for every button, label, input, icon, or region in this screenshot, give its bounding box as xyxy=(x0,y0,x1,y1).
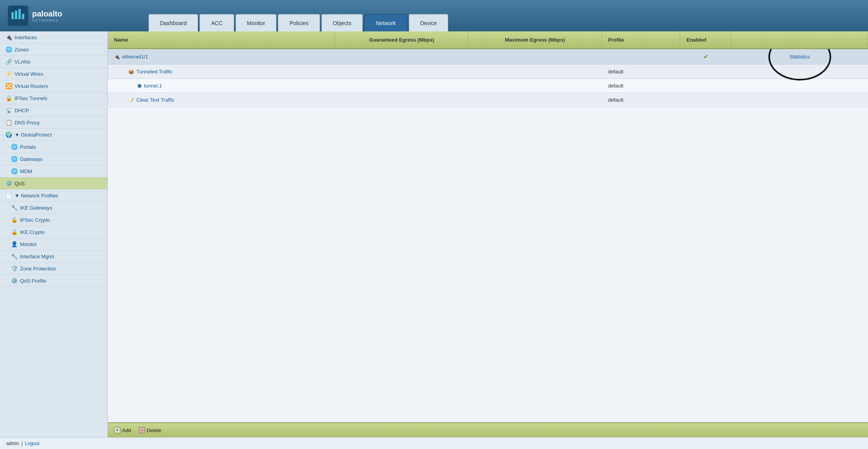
sidebar-item-qos[interactable]: ⚙️ QoS xyxy=(0,177,107,190)
row-profile-ethernet xyxy=(602,53,680,61)
svg-rect-0 xyxy=(11,12,14,19)
vlans-icon: 🔗 xyxy=(5,58,12,65)
interfaces-icon: 🔌 xyxy=(5,34,12,40)
row-name-cleartext[interactable]: 📝 Clear Text Traffic xyxy=(108,93,335,107)
row-maximum-tunneled xyxy=(469,68,602,76)
sidebar-item-zones[interactable]: 🌐 Zones xyxy=(0,44,107,56)
sidebar-item-globalprotect[interactable]: 🌍 ▼ GlobalProtect xyxy=(0,129,107,141)
tab-network[interactable]: Network xyxy=(364,14,407,31)
footer-user: admin xyxy=(6,441,19,446)
row-maximum-cleartext xyxy=(469,96,602,104)
logo-area: paloalto NETWORKS xyxy=(8,5,62,26)
tab-policies[interactable]: Policies xyxy=(278,14,320,31)
row-name-ethernet[interactable]: 🔌 ethernet1/1 xyxy=(108,50,335,64)
delete-icon: − xyxy=(139,427,145,433)
sidebar-item-ike-crypto[interactable]: 🔒 IKE Crypto xyxy=(0,226,107,238)
sidebar-item-interfaces[interactable]: 🔌 Interfaces xyxy=(0,31,107,44)
col-header-maximum: Maximum Egress (Mbps) xyxy=(469,31,602,48)
tab-acc[interactable]: ACC xyxy=(200,14,234,31)
sidebar-item-network-profiles[interactable]: 📄 ▼ Network Profiles xyxy=(0,190,107,202)
sidebar-item-portals[interactable]: 🌐 Portals xyxy=(0,141,107,153)
sidebar-item-ike-gateways[interactable]: 🔧 IKE Gateways xyxy=(0,202,107,214)
sidebar-item-qos-profile[interactable]: ⚙️ QoS Profile xyxy=(0,275,107,287)
sidebar-item-dns-proxy[interactable]: 📋 DNS Proxy xyxy=(0,117,107,129)
row-profile-tunneled: default xyxy=(602,65,680,78)
logout-link[interactable]: Logout xyxy=(25,441,40,446)
dhcp-icon: 📡 xyxy=(5,107,12,113)
row-maximum-tunnel1 xyxy=(469,82,602,90)
qos-profile-icon: ⚙️ xyxy=(11,277,18,284)
row-guaranteed-cleartext xyxy=(335,96,469,104)
table-row[interactable]: tunnel.1 default xyxy=(108,79,868,93)
enabled-checkmark: ✔ xyxy=(703,53,708,60)
tab-objects[interactable]: Objects xyxy=(321,14,363,31)
main-layout: 🔌 Interfaces 🌐 Zones 🔗 VLANs ⚡ Virtual W… xyxy=(0,31,868,437)
row-name-tunnel1[interactable]: tunnel.1 xyxy=(108,79,335,93)
col-header-guaranteed: Guaranteed Egress (Mbps) xyxy=(335,31,469,48)
virtual-wires-icon: ⚡ xyxy=(5,71,12,77)
table-row[interactable]: 📦 Tunneled Traffic default xyxy=(108,65,868,79)
tunnel-dot-icon xyxy=(138,84,142,88)
statistics-link[interactable]: Statistics xyxy=(789,54,810,60)
portals-icon: 🌐 xyxy=(11,144,18,150)
tab-device[interactable]: Device xyxy=(409,14,449,31)
bottom-bar: + Add − Delete xyxy=(108,422,868,437)
mdm-icon: 🌐 xyxy=(11,168,18,174)
svg-rect-3 xyxy=(22,14,24,19)
row-profile-cleartext: default xyxy=(602,93,680,107)
sidebar-item-virtual-wires[interactable]: ⚡ Virtual Wires xyxy=(0,68,107,80)
row-name-tunneled[interactable]: 📦 Tunneled Traffic xyxy=(108,65,335,78)
tab-dashboard[interactable]: Dashboard xyxy=(149,14,198,31)
table-body: 🔌 ethernet1/1 ✔ Statistics xyxy=(108,49,868,422)
dns-proxy-icon: 📋 xyxy=(5,119,12,126)
globalprotect-icon: 🌍 xyxy=(5,131,12,138)
interface-mgmt-icon: 🔧 xyxy=(11,253,18,259)
gateways-icon: 🌐 xyxy=(11,156,18,162)
sidebar-item-interface-mgmt[interactable]: 🔧 Interface Mgmt xyxy=(0,250,107,263)
svg-rect-1 xyxy=(15,11,17,19)
row-stats-tunnel1 xyxy=(731,82,868,90)
row-profile-tunnel1: default xyxy=(602,79,680,93)
row-enabled-cleartext xyxy=(680,96,731,104)
table-row[interactable]: 📝 Clear Text Traffic default xyxy=(108,93,868,107)
col-header-name: Name xyxy=(108,31,335,48)
top-bar: paloalto NETWORKS Dashboard ACC Monitor … xyxy=(0,0,868,31)
delete-button[interactable]: − Delete xyxy=(139,427,162,433)
zones-icon: 🌐 xyxy=(5,46,12,53)
sidebar-item-ipsec-crypto[interactable]: 🔒 IPSec Crypto xyxy=(0,214,107,226)
sidebar-item-ipsec-tunnels[interactable]: 🔒 IPSec Tunnels xyxy=(0,92,107,104)
tunneled-icon: 📦 xyxy=(128,69,134,75)
col-header-stats xyxy=(731,35,868,46)
sidebar-item-virtual-routers[interactable]: 🔀 Virtual Routers xyxy=(0,80,107,92)
logo-text: paloalto NETWORKS xyxy=(32,9,62,22)
table-header: Name Guaranteed Egress (Mbps) Maximum Eg… xyxy=(108,31,868,49)
col-header-profile: Profile xyxy=(602,31,680,48)
row-guaranteed-ethernet xyxy=(335,53,469,61)
nav-tabs: Dashboard ACC Monitor Policies Objects N… xyxy=(149,0,449,31)
table-row[interactable]: 🔌 ethernet1/1 ✔ Statistics xyxy=(108,49,868,65)
logo-icon xyxy=(8,5,28,26)
sidebar-item-vlans[interactable]: 🔗 VLANs xyxy=(0,56,107,68)
tab-monitor[interactable]: Monitor xyxy=(236,14,277,31)
network-profiles-icon: 📄 xyxy=(5,192,12,199)
zone-protection-icon: 🛡️ xyxy=(11,265,18,272)
ipsec-tunnels-icon: 🔒 xyxy=(5,95,12,101)
sidebar-item-monitor[interactable]: 👤 Monitor xyxy=(0,238,107,250)
add-icon: + xyxy=(114,427,120,433)
sidebar-item-dhcp[interactable]: 📡 DHCP xyxy=(0,104,107,117)
add-button[interactable]: + Add xyxy=(114,427,131,433)
col-header-enabled: Enabled xyxy=(680,31,731,48)
qos-icon: ⚙️ xyxy=(5,180,12,186)
stats-circle-container: Statistics xyxy=(737,54,862,60)
cleartext-icon: 📝 xyxy=(128,97,134,103)
ike-crypto-icon: 🔒 xyxy=(11,229,18,235)
sidebar-item-zone-protection[interactable]: 🛡️ Zone Protection xyxy=(0,263,107,275)
row-stats-ethernet[interactable]: Statistics xyxy=(731,50,868,64)
content-area: Name Guaranteed Egress (Mbps) Maximum Eg… xyxy=(108,31,868,437)
ethernet-icon: 🔌 xyxy=(114,54,120,60)
sidebar-item-mdm[interactable]: 🌐 MDM xyxy=(0,165,107,177)
ipsec-crypto-icon: 🔒 xyxy=(11,217,18,223)
row-maximum-ethernet xyxy=(469,53,602,61)
sidebar-item-gateways[interactable]: 🌐 Gateways xyxy=(0,153,107,165)
ike-gateways-icon: 🔧 xyxy=(11,204,18,211)
